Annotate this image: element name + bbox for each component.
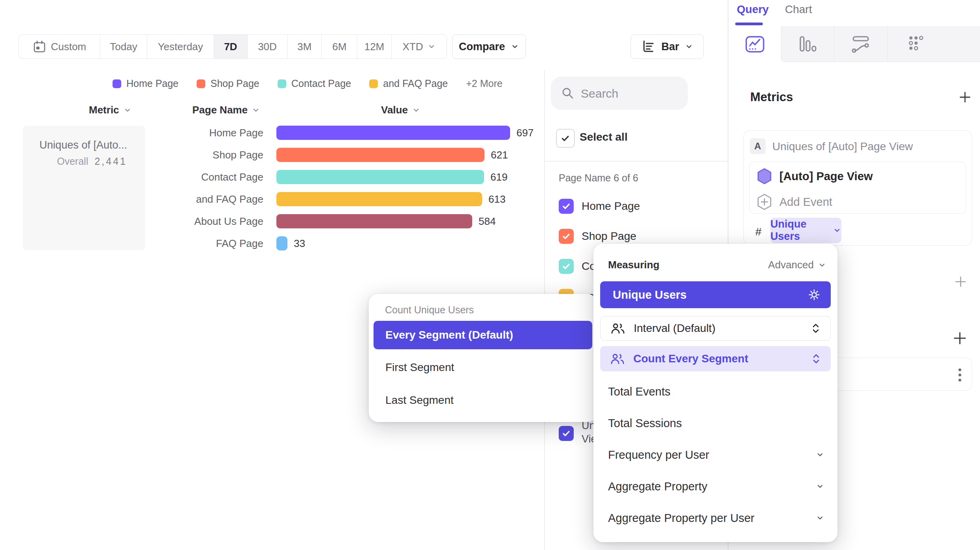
checkbox-checked[interactable] bbox=[559, 229, 574, 244]
compare-label: Compare bbox=[459, 41, 505, 53]
count-option-selected[interactable]: Every Segment (Default) bbox=[374, 321, 592, 349]
legend-swatch bbox=[113, 79, 121, 88]
chart-row: Shop Page621 bbox=[0, 148, 541, 162]
measuring-option[interactable]: Aggregate Property bbox=[608, 475, 823, 497]
metric-card: A Uniques of [Auto] Page View [Auto] Pag… bbox=[743, 130, 972, 246]
legend-item[interactable]: and FAQ Page bbox=[369, 78, 448, 89]
more-options-icon[interactable] bbox=[957, 367, 962, 384]
measuring-param-row[interactable]: Count Every Segment bbox=[600, 346, 831, 371]
event-name[interactable]: [Auto] Page View bbox=[779, 170, 873, 183]
measuring-param-row[interactable]: Interval (Default) bbox=[600, 316, 831, 341]
legend-item[interactable]: Shop Page bbox=[197, 78, 259, 89]
chart-row: and FAQ Page613 bbox=[0, 192, 541, 206]
count-option[interactable]: Last Segment bbox=[385, 389, 454, 411]
date-range-6m[interactable]: 6M bbox=[322, 35, 357, 58]
event-hexagon-icon bbox=[757, 168, 772, 186]
bar[interactable] bbox=[276, 236, 287, 251]
add-metric-button[interactable] bbox=[958, 90, 972, 104]
tab-funnels[interactable] bbox=[781, 26, 834, 62]
popover-title: Count Unique Users bbox=[385, 304, 474, 316]
column-header-page-name[interactable]: Page Name bbox=[192, 104, 260, 116]
bar-label: Home Page bbox=[0, 126, 263, 140]
chevron-down-icon bbox=[123, 106, 132, 115]
legend-swatch bbox=[197, 79, 205, 88]
date-range-custom[interactable]: Custom bbox=[19, 35, 100, 58]
measuring-option[interactable]: Total Events bbox=[608, 380, 823, 403]
filter-group-label: Page Name 6 of 6 bbox=[559, 172, 638, 184]
select-all-checkbox[interactable] bbox=[556, 129, 575, 148]
tab-retention[interactable] bbox=[887, 26, 980, 62]
users-icon bbox=[610, 353, 625, 365]
chevron-down-icon bbox=[427, 42, 436, 51]
legend-more[interactable]: +2 More bbox=[466, 78, 502, 89]
measuring-option[interactable]: Total Sessions bbox=[608, 412, 823, 434]
advanced-toggle[interactable]: Advanced bbox=[768, 259, 826, 271]
date-range-3m[interactable]: 3M bbox=[287, 35, 322, 58]
column-header-value[interactable]: Value bbox=[381, 104, 421, 116]
bar-label: Contact Page bbox=[0, 170, 263, 184]
search-input[interactable] bbox=[580, 77, 680, 111]
aggregation-pill[interactable]: Unique Users bbox=[770, 218, 841, 243]
column-header-metric[interactable]: Metric bbox=[89, 104, 132, 116]
analytics-app: CustomTodayYesterday7D30D3M6M12MXTD Comp… bbox=[0, 0, 980, 550]
chevron-down-icon bbox=[833, 226, 841, 235]
chevron-down-icon bbox=[511, 42, 519, 51]
checkbox-checked[interactable] bbox=[559, 426, 574, 441]
date-range-30d[interactable]: 30D bbox=[248, 35, 287, 58]
users-icon bbox=[611, 322, 625, 334]
bar[interactable] bbox=[276, 170, 484, 184]
bar-label: About Us Page bbox=[0, 214, 263, 228]
chart-type-button[interactable]: Bar bbox=[631, 34, 704, 59]
tab-query[interactable]: Query bbox=[737, 3, 769, 16]
bar[interactable] bbox=[276, 214, 472, 228]
legend-item[interactable]: Contact Page bbox=[278, 78, 351, 89]
compare-button[interactable]: Compare bbox=[452, 34, 526, 59]
date-range-xtd[interactable]: XTD bbox=[392, 35, 447, 58]
bar[interactable] bbox=[276, 192, 482, 206]
divider bbox=[544, 161, 728, 162]
calendar-icon bbox=[33, 40, 46, 53]
checkbox-checked[interactable] bbox=[559, 259, 574, 274]
chevron-down-icon bbox=[252, 106, 260, 115]
add-breakdown-button[interactable] bbox=[952, 331, 967, 346]
gear-icon[interactable] bbox=[808, 288, 820, 301]
checkbox-checked[interactable] bbox=[559, 199, 574, 214]
chevron-down-icon bbox=[818, 261, 826, 269]
chevron-down-icon bbox=[816, 482, 824, 491]
add-event-label[interactable]: Add Event bbox=[779, 196, 832, 209]
bar-value: 697 bbox=[516, 126, 533, 140]
measuring-selected-option[interactable]: Unique Users bbox=[600, 281, 831, 308]
bar[interactable] bbox=[276, 148, 484, 162]
metrics-section-title: Metrics bbox=[750, 90, 793, 104]
bar-value: 619 bbox=[490, 170, 507, 184]
date-range-7d[interactable]: 7D bbox=[214, 35, 248, 58]
metric-letter-badge: A bbox=[750, 138, 766, 154]
tab-chart[interactable]: Chart bbox=[785, 3, 812, 16]
chevron-down-icon bbox=[816, 514, 824, 522]
bar-label: and FAQ Page bbox=[0, 192, 263, 206]
select-all-label: Select all bbox=[580, 131, 627, 143]
chart-legend: Home PageShop PageContact Pageand FAQ Pa… bbox=[113, 78, 503, 89]
date-range-12m[interactable]: 12M bbox=[357, 35, 392, 58]
measuring-option[interactable]: Aggregate Property per User bbox=[608, 507, 823, 529]
tab-flows[interactable] bbox=[834, 26, 887, 62]
date-range-yesterday[interactable]: Yesterday bbox=[147, 35, 214, 58]
date-range-today[interactable]: Today bbox=[100, 35, 147, 58]
legend-item[interactable]: Home Page bbox=[113, 78, 178, 89]
measuring-option[interactable]: Frequency per User bbox=[608, 444, 823, 466]
legend-swatch bbox=[278, 79, 286, 88]
chart-row: About Us Page584 bbox=[0, 214, 541, 228]
measuring-popover: Measuring Advanced Unique Users Interval… bbox=[593, 244, 837, 542]
up-down-chevron-icon bbox=[812, 353, 820, 365]
active-tab-underline bbox=[735, 23, 763, 25]
chevron-down-icon bbox=[412, 106, 421, 115]
add-filter-button[interactable] bbox=[954, 275, 968, 289]
bar[interactable] bbox=[276, 126, 510, 140]
chart-row: FAQ Page33 bbox=[0, 236, 541, 251]
tab-insights[interactable] bbox=[728, 26, 781, 62]
aggregation-prefix: # bbox=[755, 226, 762, 238]
bar-chart: Home Page697Shop Page621Contact Page619a… bbox=[0, 126, 541, 260]
chevron-down-icon bbox=[816, 450, 824, 459]
chevron-down-icon bbox=[685, 42, 693, 51]
count-option[interactable]: First Segment bbox=[385, 356, 454, 379]
